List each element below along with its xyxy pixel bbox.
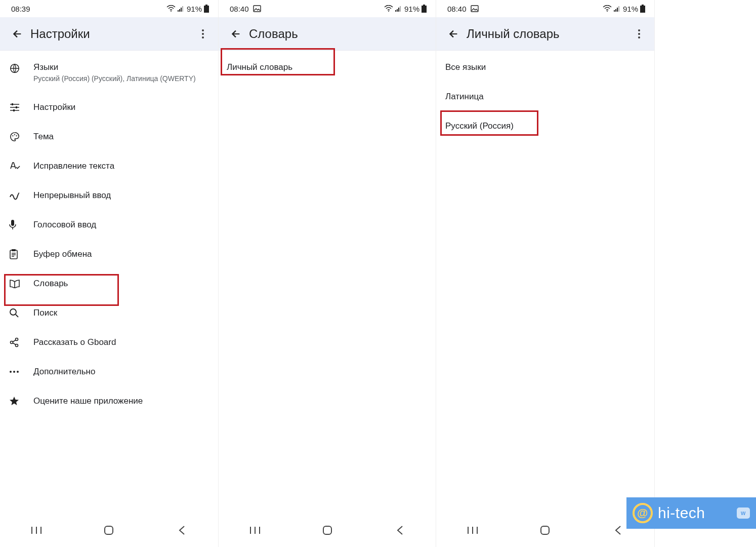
svg-rect-37 (423, 5, 425, 6)
svg-point-51 (638, 29, 640, 31)
page-title: Личный словарь (467, 27, 629, 41)
svg-rect-36 (400, 6, 401, 12)
svg-rect-55 (472, 527, 473, 534)
item-label: Дополнительно (33, 366, 95, 377)
overflow-menu-icon[interactable] (629, 24, 649, 44)
image-indicator-icon (253, 5, 261, 12)
item-label: Буфер обмена (33, 249, 92, 260)
language-item-russian[interactable]: Русский (Россия) (436, 111, 654, 141)
text-correction-icon (9, 161, 33, 171)
svg-rect-57 (541, 526, 549, 534)
settings-item-glide[interactable]: Непрерывный ввод (0, 181, 218, 210)
dictionary-list: Личный словарь (219, 51, 436, 517)
svg-rect-5 (205, 5, 207, 6)
svg-rect-33 (395, 10, 396, 12)
page-title: Настройки (30, 27, 193, 41)
item-subtitle: Русский (Россия) (Русский), Латиница (QW… (33, 74, 196, 84)
settings-item-advanced[interactable]: Дополнительно (0, 357, 218, 386)
mic-icon (9, 219, 33, 230)
svg-rect-4 (182, 6, 183, 12)
svg-point-20 (10, 309, 16, 315)
wifi-icon (384, 5, 393, 12)
header: Настройки (0, 17, 218, 51)
svg-rect-11 (12, 103, 13, 105)
svg-point-44 (607, 11, 608, 12)
svg-point-23 (16, 344, 18, 346)
clipboard-icon (9, 249, 33, 260)
back-button[interactable] (7, 24, 27, 44)
item-label: Тема (33, 131, 54, 142)
image-indicator-icon (471, 5, 479, 12)
svg-rect-29 (40, 527, 41, 534)
wifi-icon (166, 5, 176, 12)
clock: 08:40 (447, 5, 467, 13)
svg-rect-31 (254, 6, 261, 12)
gesture-icon (9, 191, 33, 200)
settings-item-theme[interactable]: Тема (0, 122, 218, 151)
nav-recent-button[interactable] (457, 520, 488, 540)
nav-recent-button[interactable] (21, 520, 52, 540)
svg-rect-12 (16, 106, 17, 108)
header: Словарь (219, 17, 436, 51)
item-label: Поиск (33, 307, 57, 319)
back-button[interactable] (226, 24, 246, 44)
nav-home-button[interactable] (530, 520, 560, 540)
star-icon (9, 396, 33, 406)
svg-rect-42 (323, 526, 331, 534)
svg-point-32 (388, 11, 389, 12)
settings-item-preferences[interactable]: Настройки (0, 93, 218, 122)
settings-item-languages[interactable]: Языки Русский (Россия) (Русский), Латини… (0, 53, 218, 93)
svg-point-25 (13, 371, 15, 373)
panel-personal-dictionary: 08:40 91% Личный словарь (436, 0, 655, 547)
svg-rect-41 (259, 527, 260, 534)
svg-rect-35 (398, 8, 399, 12)
svg-rect-43 (471, 6, 478, 12)
svg-rect-40 (255, 527, 256, 534)
language-item-latin[interactable]: Латиница (436, 82, 654, 111)
sliders-icon (9, 103, 33, 112)
book-icon (9, 279, 33, 288)
svg-point-53 (638, 36, 640, 38)
svg-rect-17 (11, 220, 14, 226)
item-label: Рассказать о Gboard (33, 337, 116, 348)
back-button[interactable] (443, 24, 464, 44)
battery-icon (422, 5, 427, 13)
battery-percent: 91% (404, 5, 419, 13)
svg-rect-13 (13, 109, 15, 111)
nav-home-button[interactable] (312, 520, 343, 540)
battery-percent: 91% (623, 5, 638, 13)
nav-recent-button[interactable] (240, 520, 270, 540)
nav-back-button[interactable] (166, 520, 197, 540)
battery-icon (204, 5, 209, 13)
nav-bar (436, 517, 654, 547)
settings-item-rate[interactable]: Оцените наше приложение (0, 386, 218, 416)
status-bar: 08:39 91% (0, 0, 218, 17)
svg-point-7 (202, 29, 204, 31)
battery-icon (640, 5, 645, 13)
nav-home-button[interactable] (94, 520, 124, 540)
item-label: Словарь (33, 278, 68, 289)
settings-item-voice[interactable]: Голосовой ввод (0, 210, 218, 240)
more-horizontal-icon (9, 370, 33, 373)
language-item-all[interactable]: Все языки (436, 53, 654, 82)
item-label: Настройки (33, 102, 75, 113)
svg-point-15 (14, 134, 15, 135)
item-label: Все языки (445, 62, 486, 73)
globe-icon (9, 63, 33, 74)
settings-item-search[interactable]: Поиск (0, 298, 218, 328)
panel-settings: 08:39 91% Настройки (0, 0, 219, 547)
svg-rect-49 (642, 5, 644, 6)
settings-item-text-correction[interactable]: Исправление текста (0, 151, 218, 181)
svg-rect-47 (617, 8, 618, 12)
settings-item-clipboard[interactable]: Буфер обмена (0, 240, 218, 269)
item-label: Личный словарь (227, 62, 292, 73)
status-bar: 08:40 91% (436, 0, 654, 17)
svg-rect-34 (397, 9, 398, 12)
overflow-menu-icon[interactable] (193, 24, 213, 44)
settings-item-share[interactable]: Рассказать о Gboard (0, 328, 218, 357)
svg-point-26 (17, 371, 19, 373)
nav-back-button[interactable] (385, 520, 415, 540)
settings-item-dictionary[interactable]: Словарь (0, 269, 218, 298)
signal-icon (395, 6, 402, 12)
dictionary-item-personal[interactable]: Личный словарь (219, 53, 436, 82)
